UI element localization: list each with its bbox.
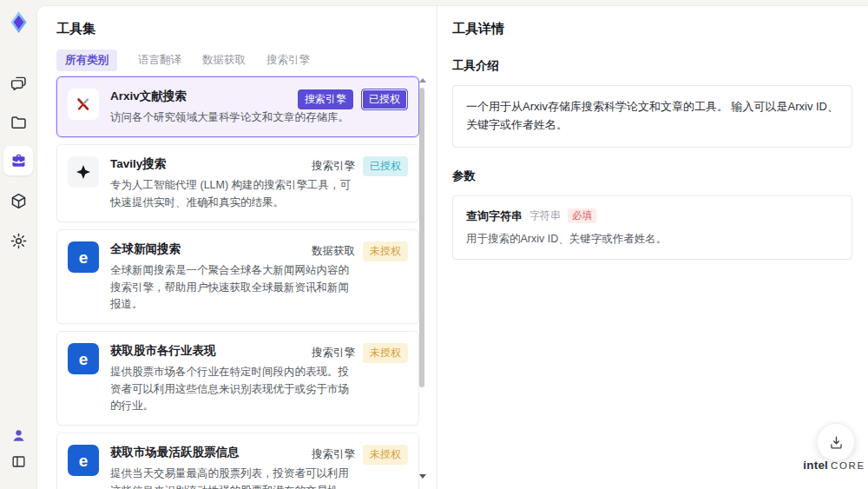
auth-status-badge: 已授权 (363, 156, 408, 176)
tool-badges: 搜索引擎 未授权 (312, 343, 408, 363)
sidebar-item-packages[interactable] (3, 186, 33, 215)
tool-details-panel: 工具详情 工具介绍 一个用于从Arxiv存储库搜索科学论文和文章的工具。 输入可… (437, 0, 868, 489)
tab-all-categories[interactable]: 所有类别 (56, 50, 117, 71)
page-title: 工具集 (56, 21, 95, 37)
sidebar (0, 0, 36, 489)
blue-e-icon: e (68, 343, 99, 374)
panel-toggle-icon (10, 453, 27, 470)
intel-core-logo: intelCORE (800, 457, 868, 472)
blue-e-icon: e (68, 445, 99, 476)
category-label: 搜索引擎 (312, 343, 355, 363)
tool-description: 全球新闻搜索是一个聚合全球各大新闻网站内容的搜索引擎，帮助用户快速获取全球最新资… (110, 262, 352, 313)
tab-translation[interactable]: 语言翻译 (138, 50, 181, 71)
intel-brand-text: intel (803, 459, 828, 472)
param-required-badge: 必填 (568, 208, 596, 223)
intro-text: 一个用于从Arxiv存储库搜索科学论文和文章的工具。 输入可以是Arxiv ID… (466, 98, 838, 135)
tool-card-global-news[interactable]: e 全球新闻搜索 全球新闻搜索是一个聚合全球各大新闻网站内容的搜索引擎，帮助用户… (56, 229, 419, 324)
tool-badges: 搜索引擎 未授权 (312, 445, 408, 465)
tab-search-engine[interactable]: 搜索引擎 (266, 50, 310, 71)
app-logo[interactable] (3, 7, 33, 36)
toolbox-icon (10, 152, 28, 170)
core-brand-text: CORE (831, 460, 865, 471)
category-tabs: 所有类别 语言翻译 数据获取 搜索引擎 (56, 50, 310, 71)
tool-badges: 数据获取 未授权 (312, 241, 408, 261)
intro-heading: 工具介绍 (452, 58, 852, 74)
download-icon (828, 434, 845, 451)
app-window: 工具集 所有类别 语言翻译 数据获取 搜索引擎 Arxiv文献搜索 访问 (0, 0, 868, 489)
tool-description: 专为人工智能代理 (LLM) 构建的搜索引擎工具，可快速提供实时、准确和真实的结… (110, 177, 352, 211)
avatar-icon (10, 427, 27, 444)
folder-icon (10, 114, 28, 132)
chat-icon (10, 74, 28, 92)
auth-status-badge: 未授权 (363, 343, 408, 363)
download-button[interactable] (817, 423, 855, 461)
list-scrollbar[interactable] (418, 76, 425, 489)
scroll-up-arrow[interactable] (419, 78, 426, 83)
auth-status-badge: 已授权 (361, 89, 408, 110)
scrollbar-thumb[interactable] (419, 88, 424, 387)
auth-status-badge: 未授权 (363, 241, 408, 261)
category-label: 搜索引擎 (312, 445, 355, 465)
sidebar-collapse-toggle[interactable] (3, 446, 33, 476)
param-name: 查询字符串 (466, 208, 523, 224)
tool-description: 提供当天交易量最高的股票列表，投资者可以利用这些信息来识别流动性强的股票和潜在的… (110, 466, 352, 489)
tool-badges: 搜索引擎 已授权 (298, 89, 408, 110)
tool-description: 访问各个研究领域大量科学论文和文章的存储库。 (110, 109, 352, 126)
sidebar-user-avatar[interactable] (3, 420, 33, 450)
category-badge: 搜索引擎 (298, 89, 353, 109)
auth-status-badge: 未授权 (363, 445, 408, 465)
tool-badges: 搜索引擎 已授权 (312, 156, 408, 176)
arxiv-x-icon (68, 89, 99, 120)
blue-e-icon: e (68, 241, 99, 273)
scroll-down-arrow[interactable] (419, 474, 426, 479)
package-icon (10, 192, 28, 210)
logo-diamond-icon (7, 10, 30, 34)
tool-card-sector-performance[interactable]: e 获取股市各行业表现 提供股票市场各个行业在特定时间段内的表现。投资者可以利用… (56, 331, 419, 426)
param-box: 查询字符串 字符串 必填 用于搜索的Arxiv ID、关键字或作者姓名。 (452, 195, 852, 260)
settings-icon (10, 232, 28, 250)
tool-description: 提供股票市场各个行业在特定时间段内的表现。投资者可以利用这些信息来识别表现优于或… (110, 364, 352, 414)
tool-card-arxiv[interactable]: Arxiv文献搜索 访问各个研究领域大量科学论文和文章的存储库。 搜索引擎 已授… (56, 76, 419, 137)
param-header: 查询字符串 字符串 必填 (466, 208, 838, 224)
category-label: 数据获取 (312, 241, 355, 261)
sidebar-item-files[interactable] (3, 108, 33, 137)
sidebar-item-settings[interactable] (3, 226, 33, 255)
tool-card-tavily[interactable]: Tavily搜索 专为人工智能代理 (LLM) 构建的搜索引擎工具，可快速提供实… (56, 144, 419, 222)
tools-list-panel: 工具集 所有类别 语言翻译 数据获取 搜索引擎 Arxiv文献搜索 访问 (36, 0, 437, 489)
intro-box: 一个用于从Arxiv存储库搜索科学论文和文章的工具。 输入可以是Arxiv ID… (452, 85, 852, 148)
tool-card-active-stocks[interactable]: e 获取市场最活跃股票信息 提供当天交易量最高的股票列表，投资者可以利用这些信息… (56, 433, 419, 489)
four-point-star-icon (68, 156, 99, 188)
param-type: 字符串 (529, 208, 561, 223)
params-heading: 参数 (452, 169, 852, 184)
tool-card-list: Arxiv文献搜索 访问各个研究领域大量科学论文和文章的存储库。 搜索引擎 已授… (56, 76, 419, 489)
category-label: 搜索引擎 (312, 156, 355, 176)
details-title: 工具详情 (452, 21, 852, 37)
sidebar-item-toolbox[interactable] (3, 146, 33, 175)
tab-data-fetch[interactable]: 数据获取 (202, 50, 246, 71)
sidebar-item-chat[interactable] (3, 68, 33, 97)
param-description: 用于搜索的Arxiv ID、关键字或作者姓名。 (466, 232, 838, 247)
